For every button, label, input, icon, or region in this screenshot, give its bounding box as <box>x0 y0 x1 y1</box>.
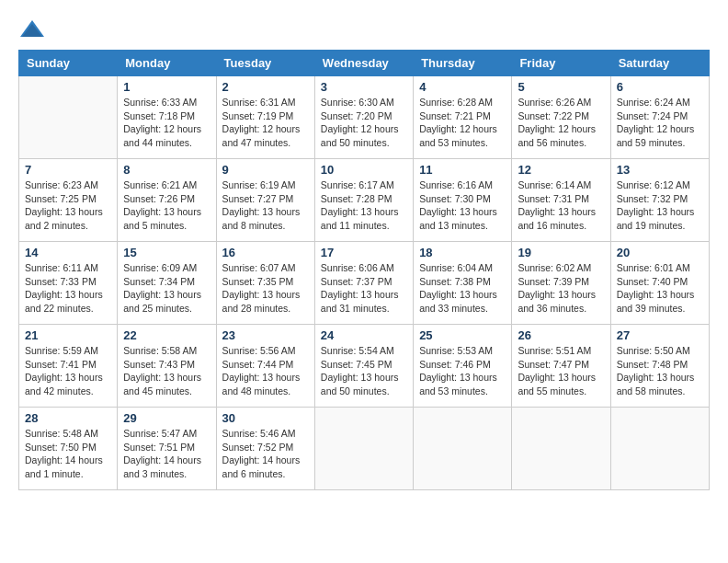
day-info: Sunrise: 6:26 AMSunset: 7:22 PMDaylight:… <box>518 96 604 150</box>
calendar-cell: 10Sunrise: 6:17 AMSunset: 7:28 PMDayligh… <box>314 159 413 242</box>
day-number: 15 <box>123 246 210 259</box>
day-number: 14 <box>25 246 111 259</box>
day-info: Sunrise: 6:30 AMSunset: 7:20 PMDaylight:… <box>321 96 407 150</box>
calendar-cell: 30Sunrise: 5:46 AMSunset: 7:52 PMDayligh… <box>216 408 314 490</box>
page-header <box>18 18 710 40</box>
week-row-3: 14Sunrise: 6:11 AMSunset: 7:33 PMDayligh… <box>19 242 710 325</box>
calendar-table: SundayMondayTuesdayWednesdayThursdayFrid… <box>18 50 710 490</box>
day-info: Sunrise: 6:31 AMSunset: 7:19 PMDaylight:… <box>222 96 309 150</box>
week-row-5: 28Sunrise: 5:48 AMSunset: 7:50 PMDayligh… <box>19 408 710 490</box>
day-info: Sunrise: 5:54 AMSunset: 7:45 PMDaylight:… <box>321 344 407 398</box>
calendar-cell: 14Sunrise: 6:11 AMSunset: 7:33 PMDayligh… <box>19 242 118 325</box>
calendar-cell: 15Sunrise: 6:09 AMSunset: 7:34 PMDayligh… <box>118 242 216 325</box>
calendar-cell: 20Sunrise: 6:01 AMSunset: 7:40 PMDayligh… <box>610 242 709 325</box>
calendar-cell: 6Sunrise: 6:24 AMSunset: 7:24 PMDaylight… <box>610 76 709 159</box>
day-number: 28 <box>25 411 111 425</box>
logo <box>18 18 50 40</box>
calendar-cell: 28Sunrise: 5:48 AMSunset: 7:50 PMDayligh… <box>19 408 118 490</box>
calendar-cell: 5Sunrise: 6:26 AMSunset: 7:22 PMDaylight… <box>512 76 610 159</box>
column-header-saturday: Saturday <box>610 51 709 76</box>
column-header-tuesday: Tuesday <box>216 51 314 76</box>
calendar-cell <box>610 408 709 490</box>
calendar-cell: 24Sunrise: 5:54 AMSunset: 7:45 PMDayligh… <box>314 325 413 408</box>
column-header-sunday: Sunday <box>19 51 118 76</box>
calendar-cell: 17Sunrise: 6:06 AMSunset: 7:37 PMDayligh… <box>314 242 413 325</box>
day-number: 11 <box>419 163 506 177</box>
day-number: 5 <box>518 80 604 94</box>
day-info: Sunrise: 6:02 AMSunset: 7:39 PMDaylight:… <box>518 261 604 316</box>
calendar-cell: 16Sunrise: 6:07 AMSunset: 7:35 PMDayligh… <box>216 242 314 325</box>
day-info: Sunrise: 6:04 AMSunset: 7:38 PMDaylight:… <box>419 261 506 316</box>
day-number: 8 <box>123 163 210 177</box>
day-info: Sunrise: 6:14 AMSunset: 7:31 PMDaylight:… <box>518 178 604 233</box>
day-info: Sunrise: 6:09 AMSunset: 7:34 PMDaylight:… <box>123 261 210 316</box>
day-number: 22 <box>123 328 210 342</box>
day-info: Sunrise: 6:28 AMSunset: 7:21 PMDaylight:… <box>419 96 506 150</box>
calendar-cell: 4Sunrise: 6:28 AMSunset: 7:21 PMDaylight… <box>414 76 512 159</box>
calendar-cell: 29Sunrise: 5:47 AMSunset: 7:51 PMDayligh… <box>118 408 216 490</box>
day-info: Sunrise: 5:59 AMSunset: 7:41 PMDaylight:… <box>25 344 111 398</box>
day-number: 16 <box>222 246 309 259</box>
day-number: 30 <box>222 411 309 425</box>
calendar-cell <box>314 408 413 490</box>
day-info: Sunrise: 6:11 AMSunset: 7:33 PMDaylight:… <box>25 261 111 316</box>
day-number: 17 <box>321 246 407 259</box>
calendar-cell <box>512 408 610 490</box>
day-number: 23 <box>222 328 309 342</box>
day-info: Sunrise: 5:50 AMSunset: 7:48 PMDaylight:… <box>617 344 703 398</box>
calendar-cell: 19Sunrise: 6:02 AMSunset: 7:39 PMDayligh… <box>512 242 610 325</box>
calendar-cell: 2Sunrise: 6:31 AMSunset: 7:19 PMDaylight… <box>216 76 314 159</box>
column-header-thursday: Thursday <box>414 51 512 76</box>
calendar-cell <box>414 408 512 490</box>
calendar-cell: 18Sunrise: 6:04 AMSunset: 7:38 PMDayligh… <box>414 242 512 325</box>
calendar-cell: 13Sunrise: 6:12 AMSunset: 7:32 PMDayligh… <box>610 159 709 242</box>
day-number: 4 <box>419 80 506 94</box>
day-number: 1 <box>123 80 210 94</box>
day-number: 9 <box>222 163 309 177</box>
calendar-header-row: SundayMondayTuesdayWednesdayThursdayFrid… <box>19 51 710 76</box>
day-number: 2 <box>222 80 309 94</box>
day-number: 26 <box>518 328 604 342</box>
day-info: Sunrise: 6:06 AMSunset: 7:37 PMDaylight:… <box>321 261 407 316</box>
day-number: 21 <box>25 328 111 342</box>
calendar-cell: 11Sunrise: 6:16 AMSunset: 7:30 PMDayligh… <box>414 159 512 242</box>
day-number: 13 <box>617 163 703 177</box>
day-info: Sunrise: 6:16 AMSunset: 7:30 PMDaylight:… <box>419 178 506 233</box>
calendar-cell: 27Sunrise: 5:50 AMSunset: 7:48 PMDayligh… <box>610 325 709 408</box>
day-info: Sunrise: 5:53 AMSunset: 7:46 PMDaylight:… <box>419 344 506 398</box>
day-info: Sunrise: 5:48 AMSunset: 7:50 PMDaylight:… <box>25 427 111 481</box>
calendar-cell: 26Sunrise: 5:51 AMSunset: 7:47 PMDayligh… <box>512 325 610 408</box>
week-row-4: 21Sunrise: 5:59 AMSunset: 7:41 PMDayligh… <box>19 325 710 408</box>
column-header-friday: Friday <box>512 51 610 76</box>
day-number: 6 <box>617 80 703 94</box>
calendar-cell: 7Sunrise: 6:23 AMSunset: 7:25 PMDaylight… <box>19 159 118 242</box>
calendar-cell: 3Sunrise: 6:30 AMSunset: 7:20 PMDaylight… <box>314 76 413 159</box>
calendar-cell: 8Sunrise: 6:21 AMSunset: 7:26 PMDaylight… <box>118 159 216 242</box>
day-number: 29 <box>123 411 210 425</box>
day-number: 27 <box>617 328 703 342</box>
day-info: Sunrise: 5:47 AMSunset: 7:51 PMDaylight:… <box>123 427 210 481</box>
day-info: Sunrise: 6:12 AMSunset: 7:32 PMDaylight:… <box>617 178 703 233</box>
day-info: Sunrise: 6:07 AMSunset: 7:35 PMDaylight:… <box>222 261 309 316</box>
day-number: 25 <box>419 328 506 342</box>
day-info: Sunrise: 5:58 AMSunset: 7:43 PMDaylight:… <box>123 344 210 398</box>
column-header-monday: Monday <box>118 51 216 76</box>
calendar-cell: 1Sunrise: 6:33 AMSunset: 7:18 PMDaylight… <box>118 76 216 159</box>
calendar-cell: 12Sunrise: 6:14 AMSunset: 7:31 PMDayligh… <box>512 159 610 242</box>
calendar-cell <box>19 76 118 159</box>
day-info: Sunrise: 6:01 AMSunset: 7:40 PMDaylight:… <box>617 261 703 316</box>
day-info: Sunrise: 5:51 AMSunset: 7:47 PMDaylight:… <box>518 344 604 398</box>
logo-icon <box>18 18 46 40</box>
day-number: 3 <box>321 80 407 94</box>
day-number: 10 <box>321 163 407 177</box>
day-number: 18 <box>419 246 506 259</box>
week-row-1: 1Sunrise: 6:33 AMSunset: 7:18 PMDaylight… <box>19 76 710 159</box>
day-info: Sunrise: 6:33 AMSunset: 7:18 PMDaylight:… <box>123 96 210 150</box>
day-info: Sunrise: 6:23 AMSunset: 7:25 PMDaylight:… <box>25 178 111 233</box>
calendar-cell: 21Sunrise: 5:59 AMSunset: 7:41 PMDayligh… <box>19 325 118 408</box>
calendar-cell: 22Sunrise: 5:58 AMSunset: 7:43 PMDayligh… <box>118 325 216 408</box>
day-number: 24 <box>321 328 407 342</box>
column-header-wednesday: Wednesday <box>314 51 413 76</box>
day-number: 19 <box>518 246 604 259</box>
day-number: 12 <box>518 163 604 177</box>
